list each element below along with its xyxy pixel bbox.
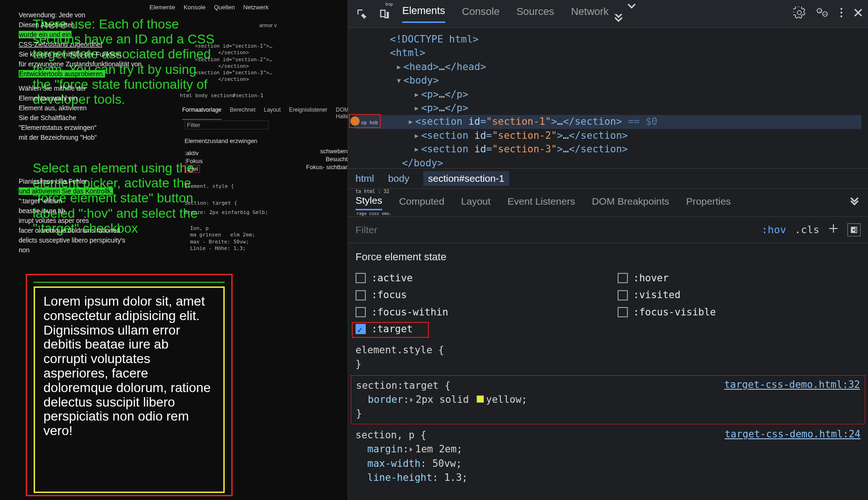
close-icon[interactable] — [853, 7, 863, 20]
state-focus[interactable]: :focus — [356, 288, 599, 302]
state-focus-visible[interactable]: :focus-visible — [618, 305, 861, 319]
state-focus-within[interactable]: :focus-within — [356, 305, 599, 319]
state-hover[interactable]: :hover — [618, 271, 861, 285]
mini-crumb: html body section#section-1 — [180, 93, 263, 99]
toggle-side-panel-icon[interactable] — [847, 223, 861, 236]
color-swatch-icon[interactable] — [477, 395, 484, 403]
inspect-element-icon[interactable] — [353, 5, 371, 23]
german-overlay-1: Verwendung: Jede von Diesen Abschnitten … — [19, 10, 145, 143]
subtab-computed[interactable]: Computed — [399, 196, 444, 210]
mini-rule-border: Grenze: 2px einfarbig Gelb; — [185, 209, 268, 216]
mini-tab-console[interactable]: Konsole — [184, 4, 206, 11]
add-rule-icon[interactable] — [828, 223, 839, 236]
cls-toggle-button[interactable]: .cls — [795, 224, 819, 236]
state-active[interactable]: :active — [356, 271, 599, 285]
devtools-main-tabbar: bop Elements Console Sources Network — [348, 0, 868, 28]
mini-tab-sources[interactable]: Quellen — [214, 4, 235, 11]
mini-rule-elstyle: Element. style { — [185, 183, 234, 190]
hov-toggle-button[interactable]: :hov — [761, 224, 786, 236]
rendered-section-1: Lorem ipsum dolor sit, amet consectetur … — [26, 274, 233, 496]
source-link-target[interactable]: target-css-demo.html:32 — [724, 378, 860, 392]
mini-states-left: :aktiv :Fokus :Ziel — [185, 150, 203, 173]
feedback-icon[interactable] — [816, 7, 830, 21]
subtab-layout[interactable]: Layout — [461, 196, 491, 210]
settings-icon[interactable] — [793, 7, 805, 21]
tab-elements[interactable]: Elements — [402, 5, 445, 23]
device-toolbar-icon[interactable]: bop — [375, 5, 394, 23]
more-tabs-icon[interactable] — [626, 0, 639, 29]
mini-subtab-computed[interactable]: Berechnet — [230, 107, 256, 120]
subtab-styles[interactable]: Styles — [356, 195, 382, 210]
subtab-dom-breakpoints[interactable]: DOM Breakpoints — [592, 196, 669, 210]
mini-subtab-events[interactable]: Ereignislistener — [289, 107, 327, 120]
tab-console[interactable]: Console — [462, 6, 500, 22]
annotation-highlight-box — [352, 322, 429, 338]
more-menu-icon[interactable] — [840, 7, 843, 21]
tab-sources[interactable]: Sources — [516, 6, 554, 22]
mini-subtab-styles[interactable]: Formaatvorlage — [182, 107, 221, 120]
page-preview-pane: Elemente Konsole Quellen Netzwerk There … — [0, 0, 348, 500]
rule-element-style[interactable]: element.style { } — [356, 342, 861, 372]
mini-armor-label: armor v — [259, 22, 277, 28]
mini-devtools-tabs: Elemente Konsole Quellen Netzwerk — [149, 4, 269, 11]
subtab-tiny-label: rage cuss emo. — [356, 211, 392, 216]
svg-point-1 — [819, 10, 820, 11]
mini-filter[interactable]: Filter — [185, 121, 269, 129]
rule-section-target[interactable]: target-css-demo.html:32 section:target {… — [356, 378, 860, 422]
mini-states-right: schweben Besucht Fokus- sichtbar — [306, 148, 348, 171]
styles-filter-input[interactable] — [356, 224, 753, 236]
svg-point-4 — [840, 8, 842, 10]
mini-dom-snippet: <section id="section-1">…</section> <sec… — [192, 43, 276, 83]
crumb-html[interactable]: html — [356, 173, 374, 184]
styles-filter-row: :hov .cls — [348, 217, 868, 243]
subtab-properties[interactable]: Properties — [686, 196, 731, 210]
mini-subtabs: Formaatvorlage Berechnet Layout Ereignis… — [182, 107, 366, 120]
mini-tab-network[interactable]: Netzwerk — [243, 4, 269, 11]
subtab-event-listeners[interactable]: Event Listeners — [507, 196, 575, 210]
breadcrumb[interactable]: html body section#section-1 ta html : 32 — [348, 168, 868, 189]
subtab-more-icon[interactable] — [848, 195, 861, 210]
lorem-paragraph: Lorem ipsum dolor sit, amet consectetur … — [43, 294, 215, 438]
devtools-panel: bop Elements Console Sources Network — [348, 0, 868, 500]
rule-section-p[interactable]: target-css-demo.html:24 section, p { mar… — [356, 427, 861, 486]
force-element-state-title: Force element state — [356, 250, 861, 264]
dom-tree[interactable]: <!DOCTYPE html> <html> ▸<head>…</head> ▾… — [348, 28, 868, 168]
mini-rule-sectionp: Ion, p ma grinsen elm 2em; max - Breite:… — [190, 225, 255, 252]
force-state-mini-title: Elementzustand erzwingen — [185, 137, 257, 144]
mini-rule-target: Section: target { — [185, 200, 237, 207]
force-state-grid: :active :hover :focus :visited :focus-wi… — [356, 271, 861, 336]
tab-network[interactable]: Network — [571, 6, 609, 22]
state-target[interactable]: :target — [356, 322, 599, 336]
source-link-sectionp[interactable]: target-css-demo.html:24 — [725, 427, 861, 441]
svg-point-0 — [817, 8, 822, 13]
styles-body[interactable]: Force element state :active :hover :focu… — [348, 243, 868, 500]
crumb-section1[interactable]: section#section-1 — [423, 171, 509, 186]
dom-node-section-1[interactable]: ▸<section id="section-1">…</section> == … — [355, 115, 861, 129]
ophob-label: op hob — [361, 120, 378, 126]
svg-point-6 — [840, 15, 842, 17]
svg-point-5 — [840, 12, 842, 14]
german-overlay-2: Pianissimos Ulla Fehler und aktivieren S… — [19, 177, 149, 255]
mini-tab-elements[interactable]: Elemente — [149, 4, 175, 11]
forced-state-indicator-icon — [350, 116, 360, 126]
mini-subtab-layout[interactable]: Layout — [264, 107, 281, 120]
styles-subtabs: Styles Computed Layout Event Listeners D… — [348, 189, 868, 217]
svg-point-2 — [820, 10, 821, 11]
crumb-body[interactable]: body — [388, 173, 410, 184]
annotation-highlight-rule: target-css-demo.html:32 section:target {… — [351, 375, 865, 424]
state-visited[interactable]: :visited — [618, 288, 861, 302]
